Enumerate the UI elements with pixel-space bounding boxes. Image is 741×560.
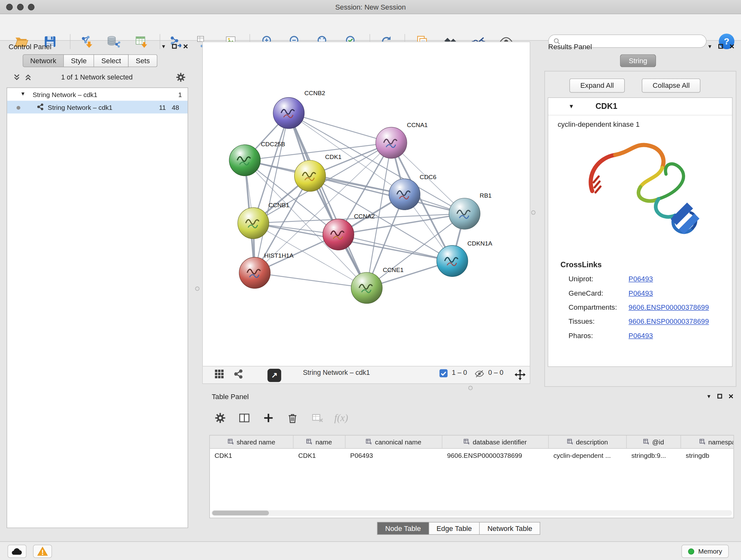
network-glyph-icon[interactable]	[233, 369, 244, 379]
gear-icon[interactable]	[175, 72, 186, 84]
network-node-label: CCNE1	[383, 266, 404, 273]
column-header[interactable]: database identifier	[442, 435, 549, 448]
cell-canonical-name[interactable]: P06493	[346, 449, 443, 461]
window-close-button[interactable]	[6, 4, 13, 10]
crosslink-label: Pharos:	[569, 331, 629, 339]
tab-network-table[interactable]: Network Table	[480, 522, 540, 535]
window-title: Session: New Session	[0, 0, 741, 14]
network-node-CCNB2[interactable]	[273, 98, 305, 129]
function-builder-button-disabled[interactable]: f(x)	[333, 409, 350, 426]
expand-all-button[interactable]: Expand All	[569, 78, 624, 92]
network-node-CDC6[interactable]	[389, 179, 420, 210]
cell-id[interactable]: stringdb:9...	[627, 449, 681, 461]
protein-card-header[interactable]: ▼ CDK1	[548, 98, 732, 116]
add-column-button[interactable]	[260, 409, 277, 426]
table-settings-button[interactable]	[212, 409, 228, 426]
status-bar: Memory	[0, 542, 741, 560]
network-selection-status: 1 of 1 Network selected	[5, 73, 189, 81]
crosslink-uniprot[interactable]: P06493	[629, 274, 732, 283]
crosslink-compartments[interactable]: 9606.ENSP00000378699	[629, 303, 732, 311]
splitter-handle[interactable]	[531, 210, 536, 214]
main-toolbar: ?	[0, 14, 741, 41]
network-status-dot	[17, 106, 20, 110]
node-table: shared name name canonical name database…	[209, 435, 734, 518]
column-header[interactable]: namespace	[681, 435, 734, 448]
splitter-handle[interactable]	[468, 386, 473, 390]
collection-count: 1	[179, 91, 182, 98]
selected-checkbox-icon[interactable]	[439, 369, 448, 378]
cell-database-identifier[interactable]: 9606.ENSP00000378699	[442, 449, 549, 461]
column-header[interactable]: @id	[627, 435, 681, 448]
network-edge[interactable]	[289, 113, 367, 288]
disclosure-triangle-icon[interactable]: ▼	[569, 103, 575, 110]
splitter-handle[interactable]	[195, 287, 199, 291]
panel-float-icon[interactable]	[718, 394, 723, 399]
window-zoom-button[interactable]	[28, 4, 35, 10]
tab-network[interactable]: Network	[23, 54, 64, 67]
panel-float-icon[interactable]	[719, 44, 724, 49]
cell-shared-name[interactable]: CDK1	[210, 449, 293, 461]
network-edge[interactable]	[255, 113, 289, 273]
column-header[interactable]: name	[293, 435, 346, 448]
network-edge[interactable]	[310, 176, 464, 213]
warnings-button[interactable]	[33, 545, 52, 558]
tab-style[interactable]: Style	[64, 54, 94, 67]
panel-menu-icon[interactable]: ▼	[707, 44, 712, 49]
crosslink-tissues[interactable]: 9606.ENSP00000378699	[629, 317, 732, 325]
tab-edge-table[interactable]: Edge Table	[429, 522, 480, 535]
memory-button[interactable]: Memory	[682, 545, 729, 558]
collection-label: String Network – cdk1	[32, 91, 97, 98]
table-row[interactable]: CDK1 CDK1 P06493 9606.ENSP00000378699 cy…	[210, 449, 734, 461]
column-header[interactable]: canonical name	[346, 435, 443, 448]
network-row-selected[interactable]: String Network – cdk1 11 48	[7, 101, 188, 113]
tab-select[interactable]: Select	[94, 54, 129, 67]
tab-sets[interactable]: Sets	[129, 54, 157, 67]
tab-node-table[interactable]: Node Table	[377, 522, 429, 535]
network-node-CCNA1[interactable]	[376, 127, 407, 159]
disclosure-triangle-icon[interactable]: ▼	[20, 91, 25, 97]
collapse-all-button[interactable]: Collapse All	[642, 78, 700, 92]
network-edge[interactable]	[289, 113, 391, 143]
network-node-count: 11	[159, 104, 166, 111]
crosslink-genecard[interactable]: P06493	[629, 289, 732, 297]
network-node-CDK1[interactable]	[294, 160, 326, 192]
panel-close-icon[interactable]: ×	[730, 44, 735, 49]
scrollbar-thumb[interactable]	[212, 510, 269, 515]
window-controls	[6, 4, 35, 10]
panel-close-icon[interactable]: ×	[183, 44, 188, 49]
titlebar: Session: New Session	[0, 0, 741, 14]
network-node-RB1[interactable]	[449, 198, 480, 229]
network-node-label: CCNB2	[305, 90, 325, 97]
window-minimize-button[interactable]	[17, 4, 23, 10]
network-collection-row[interactable]: ▼ String Network – cdk1 1	[7, 88, 188, 101]
column-header[interactable]: description	[549, 435, 626, 448]
network-node-label: CCNB1	[268, 202, 289, 208]
hidden-eye-slash-icon[interactable]	[475, 369, 484, 379]
network-node-CCNB1[interactable]	[238, 207, 269, 239]
column-header[interactable]: shared name	[210, 435, 293, 448]
panel-close-icon[interactable]: ×	[729, 393, 734, 399]
show-columns-button[interactable]	[236, 409, 253, 426]
network-node-CCNE1[interactable]	[351, 272, 382, 304]
tab-string[interactable]: String	[620, 54, 656, 67]
network-node-CDC25B[interactable]	[229, 145, 260, 176]
panel-float-icon[interactable]	[172, 44, 177, 49]
network-node-CCNA2[interactable]	[323, 219, 354, 250]
network-edge[interactable]	[338, 235, 452, 261]
delete-column-button[interactable]	[284, 409, 301, 426]
cell-namespace[interactable]: stringdb	[681, 449, 734, 461]
cloud-button[interactable]	[8, 545, 26, 558]
network-node-CDKN1A[interactable]	[436, 246, 468, 277]
crosslink-pharos[interactable]: P06493	[629, 331, 732, 339]
panel-menu-icon[interactable]: ▼	[706, 394, 711, 399]
grid-view-icon[interactable]	[214, 369, 225, 379]
birds-eye-button[interactable]: ↗	[267, 369, 281, 382]
panel-menu-icon[interactable]: ▼	[161, 44, 166, 49]
pan-navigate-icon[interactable]	[514, 369, 526, 381]
cell-name[interactable]: CDK1	[293, 449, 346, 461]
network-canvas[interactable]: CCNB2CCNA1CDC25BCDK1CDC6RB1CCNB1CCNA2CDK…	[203, 42, 530, 366]
delete-table-button-disabled[interactable]	[309, 409, 326, 426]
network-node-HIST1H1A[interactable]	[239, 257, 270, 289]
cell-description[interactable]: cyclin-dependent ...	[549, 449, 626, 461]
network-edge[interactable]	[255, 273, 367, 288]
